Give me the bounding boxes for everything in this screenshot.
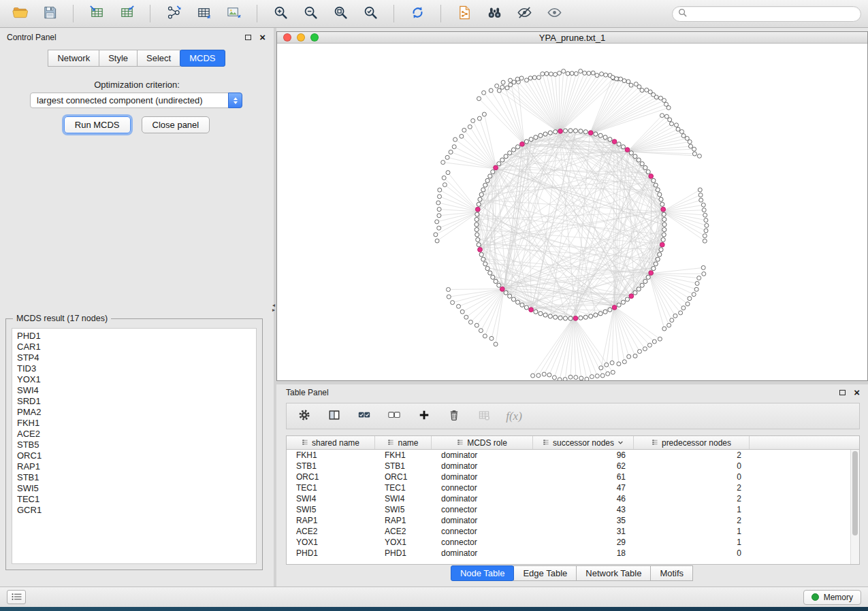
minimize-window-button[interactable] (297, 33, 305, 42)
table-cell[interactable]: YOX1 (375, 538, 432, 547)
deselect-all-button[interactable] (386, 408, 402, 425)
save-button[interactable] (37, 3, 63, 25)
show-details-button[interactable] (541, 3, 567, 25)
table-cell[interactable]: 61 (533, 472, 634, 482)
table-cell[interactable]: 43 (533, 505, 634, 514)
table-cell[interactable]: 29 (533, 538, 634, 547)
search-box[interactable] (672, 6, 861, 22)
table-cell[interactable]: 18 (533, 548, 634, 558)
delete-button[interactable] (446, 408, 462, 425)
mcds-result-item[interactable]: RAP1 (12, 461, 256, 472)
table-cell[interactable]: SWI5 (375, 505, 432, 514)
table-cell[interactable]: 2 (634, 494, 750, 503)
table-cell[interactable]: ACE2 (375, 527, 432, 536)
column-header-MCDS-role[interactable]: MCDS role (432, 436, 533, 449)
table-cell[interactable]: connector (432, 483, 533, 493)
table-cell[interactable]: 35 (533, 516, 634, 525)
zoom-selected-button[interactable] (357, 3, 383, 25)
table-row[interactable]: PHD1PHD1dominator180 (287, 548, 850, 559)
table-cell[interactable]: connector (432, 527, 533, 536)
table-cell[interactable]: TEC1 (287, 483, 375, 493)
export-table-button[interactable] (114, 3, 140, 25)
hide-details-button[interactable] (511, 3, 537, 25)
add-button[interactable] (416, 408, 432, 425)
mcds-result-item[interactable]: STB5 (12, 440, 256, 450)
tab-mcds[interactable]: MCDS (180, 50, 225, 67)
select-all-button[interactable] (356, 408, 372, 425)
mcds-result-item[interactable]: SRD1 (12, 396, 256, 407)
mcds-result-item[interactable]: CAR1 (12, 342, 256, 352)
close-panel-button[interactable]: × (259, 34, 266, 41)
table-cell[interactable]: STB1 (375, 461, 432, 471)
tab-node-table[interactable]: Node Table (451, 565, 515, 581)
table-cell[interactable]: 0 (634, 548, 750, 558)
mcds-result-item[interactable]: STB1 (12, 472, 256, 483)
column-header-shared-name[interactable]: shared name (287, 436, 375, 449)
table-row[interactable]: ORC1ORC1dominator610 (287, 472, 850, 482)
table-row[interactable]: TEC1TEC1connector472 (287, 482, 850, 493)
table-cell[interactable]: 46 (533, 494, 634, 503)
mcds-result-item[interactable]: SWI5 (12, 483, 256, 494)
table-cell[interactable]: ORC1 (375, 472, 432, 482)
mcds-result-item[interactable]: FKH1 (12, 418, 256, 429)
float-table-panel-button[interactable] (839, 388, 846, 397)
mcds-result-item[interactable]: GCR1 (12, 505, 256, 516)
settings-button[interactable] (296, 408, 312, 425)
zoom-fit-button[interactable] (327, 3, 353, 25)
mcds-result-item[interactable]: YOX1 (12, 374, 256, 385)
close-window-button[interactable] (283, 33, 291, 42)
table-cell[interactable]: SWI4 (375, 494, 432, 503)
table-row[interactable]: RAP1RAP1dominator352 (287, 515, 850, 526)
table-cell[interactable]: dominator (432, 450, 533, 460)
open-folder-button[interactable] (7, 3, 33, 25)
network-graph[interactable] (277, 44, 867, 380)
mcds-result-list[interactable]: PHD1CAR1STP4TID3YOX1SWI4SRD1PMA2FKH1ACE2… (12, 328, 257, 564)
zoom-out-button[interactable] (298, 3, 323, 25)
table-cell[interactable]: PHD1 (375, 548, 432, 558)
table-cell[interactable]: dominator (432, 548, 533, 558)
tab-style[interactable]: Style (99, 50, 138, 67)
table-cell[interactable]: dominator (432, 494, 533, 503)
column-header-successor-nodes[interactable]: successor nodes (533, 436, 634, 449)
table-row[interactable]: SWI5SWI5connector431 (287, 504, 850, 515)
table-cell[interactable]: 2 (634, 450, 750, 460)
mcds-result-item[interactable]: TEC1 (12, 494, 256, 505)
table-cell[interactable]: STB1 (287, 461, 375, 471)
table-cell[interactable]: 2 (634, 483, 750, 493)
column-header-predecessor-nodes[interactable]: predecessor nodes (634, 436, 750, 449)
mcds-result-item[interactable]: SWI4 (12, 385, 256, 396)
tab-network[interactable]: Network (48, 50, 99, 67)
table-cell[interactable]: dominator (432, 472, 533, 482)
table-cell[interactable]: 62 (533, 461, 634, 471)
tab-select[interactable]: Select (137, 50, 180, 67)
table-cell[interactable]: 1 (634, 505, 750, 514)
table-cell[interactable]: SWI4 (287, 494, 375, 503)
table-cell[interactable]: 0 (634, 472, 750, 482)
table-cell[interactable]: TEC1 (375, 483, 432, 493)
run-mcds-button[interactable]: Run MCDS (64, 116, 131, 133)
zoom-window-button[interactable] (310, 33, 319, 42)
table-row[interactable]: FKH1FKH1dominator962 (287, 450, 850, 461)
table-cell[interactable]: 1 (634, 527, 750, 536)
task-history-button[interactable] (7, 590, 26, 604)
float-panel-button[interactable] (245, 33, 251, 42)
table-cell[interactable]: PHD1 (287, 548, 375, 558)
mcds-result-item[interactable]: TID3 (12, 363, 256, 374)
table-row[interactable]: STB1STB1dominator620 (287, 461, 850, 472)
search-input[interactable] (691, 9, 855, 18)
table-cell[interactable]: ORC1 (287, 472, 375, 482)
table-scrollbar[interactable] (850, 450, 859, 564)
table-cell[interactable]: 0 (634, 461, 750, 471)
close-panel-action-button[interactable]: Close panel (142, 116, 210, 133)
refresh-button[interactable] (404, 3, 430, 25)
table-cell[interactable]: RAP1 (375, 516, 432, 525)
table-cell[interactable]: YOX1 (287, 538, 375, 547)
share-document-button[interactable] (451, 3, 477, 25)
table-cell[interactable]: 47 (533, 483, 634, 493)
column-header-name[interactable]: name (375, 436, 432, 449)
table-row[interactable]: ACE2ACE2connector311 (287, 526, 850, 537)
table-cell[interactable]: FKH1 (375, 450, 432, 460)
tab-network-table[interactable]: Network Table (576, 565, 651, 581)
scrollbar-thumb[interactable] (852, 451, 858, 535)
table-cell[interactable]: FKH1 (287, 450, 375, 460)
